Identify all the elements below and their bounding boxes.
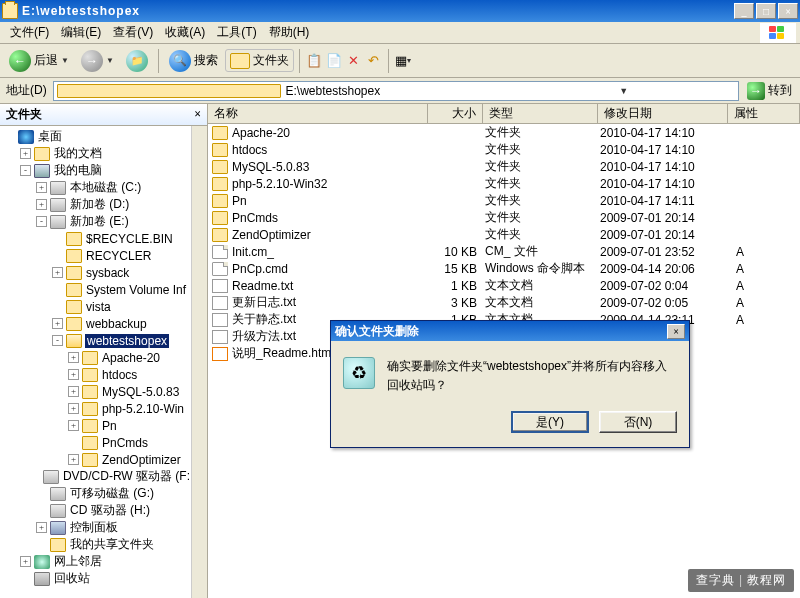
tree-item-drive_e[interactable]: -新加卷 (E:): [0, 213, 191, 230]
collapse-icon[interactable]: -: [52, 335, 63, 346]
menu-view[interactable]: 查看(V): [107, 22, 159, 43]
file-row[interactable]: Pn文件夹2010-04-17 14:11: [208, 192, 800, 209]
dialog-title: 确认文件夹删除: [335, 323, 419, 340]
tree-item-vista[interactable]: vista: [0, 298, 191, 315]
search-icon: 🔍: [169, 50, 191, 72]
tree-item-drive_c[interactable]: +本地磁盘 (C:): [0, 179, 191, 196]
tree-item-drive_d[interactable]: +新加卷 (D:): [0, 196, 191, 213]
menu-favorites[interactable]: 收藏(A): [159, 22, 211, 43]
tree-item-recycle_bin[interactable]: $RECYCLE.BIN: [0, 230, 191, 247]
expand-icon[interactable]: +: [36, 182, 47, 193]
file-row[interactable]: php-5.2.10-Win32文件夹2010-04-17 14:10: [208, 175, 800, 192]
file-row[interactable]: PnCmds文件夹2009-07-01 20:14: [208, 209, 800, 226]
file-row[interactable]: ZendOptimizer文件夹2009-07-01 20:14: [208, 226, 800, 243]
views-button[interactable]: ▦▾: [394, 52, 412, 70]
expand-icon[interactable]: +: [68, 420, 79, 431]
col-type[interactable]: 类型: [483, 104, 598, 123]
expand-icon[interactable]: +: [36, 199, 47, 210]
tree-label: MySQL-5.0.83: [101, 385, 180, 399]
forward-button[interactable]: → ▼: [76, 47, 119, 75]
expand-icon[interactable]: +: [68, 369, 79, 380]
tree-item-webbackup[interactable]: +webbackup: [0, 315, 191, 332]
tree-item-sysback[interactable]: +sysback: [0, 264, 191, 281]
file-row[interactable]: Init.cm_10 KBCM_ 文件2009-07-01 23:52A: [208, 243, 800, 260]
tree-label: php-5.2.10-Win: [101, 402, 185, 416]
go-button[interactable]: → 转到: [743, 81, 796, 101]
folder-tree[interactable]: 桌面+我的文档-我的电脑+本地磁盘 (C:)+新加卷 (D:)-新加卷 (E:)…: [0, 126, 191, 598]
menu-file[interactable]: 文件(F): [4, 22, 55, 43]
up-button[interactable]: 📁: [121, 47, 153, 75]
file-row[interactable]: MySQL-5.0.83文件夹2010-04-17 14:10: [208, 158, 800, 175]
file-attr: A: [728, 279, 800, 293]
file-row[interactable]: PnCp.cmd15 KBWindows 命令脚本2009-04-14 20:0…: [208, 260, 800, 277]
col-size[interactable]: 大小: [428, 104, 483, 123]
tree-item-mydoc[interactable]: +我的文档: [0, 145, 191, 162]
chevron-down-icon[interactable]: ▼: [512, 86, 735, 96]
tree-item-dvd[interactable]: DVD/CD-RW 驱动器 (F:: [0, 468, 191, 485]
tree-item-pn[interactable]: +Pn: [0, 417, 191, 434]
tree-item-desktop[interactable]: 桌面: [0, 128, 191, 145]
tree-item-recycler[interactable]: RECYCLER: [0, 247, 191, 264]
tree-item-zend[interactable]: +ZendOptimizer: [0, 451, 191, 468]
file-row[interactable]: Apache-20文件夹2010-04-17 14:10: [208, 124, 800, 141]
collapse-icon[interactable]: -: [36, 216, 47, 227]
expand-icon[interactable]: +: [68, 386, 79, 397]
menu-tools[interactable]: 工具(T): [211, 22, 262, 43]
expand-icon[interactable]: +: [52, 267, 63, 278]
tree-item-rem_g[interactable]: 可移动磁盘 (G:): [0, 485, 191, 502]
expand-icon[interactable]: +: [68, 352, 79, 363]
tree-item-netplaces[interactable]: +网上邻居: [0, 553, 191, 570]
tree-item-shared[interactable]: 我的共享文件夹: [0, 536, 191, 553]
tree-item-apache[interactable]: +Apache-20: [0, 349, 191, 366]
menu-help[interactable]: 帮助(H): [263, 22, 316, 43]
close-pane-button[interactable]: ×: [194, 107, 201, 122]
folder-icon: [66, 300, 82, 314]
tree-item-ctrl[interactable]: +控制面板: [0, 519, 191, 536]
col-attr[interactable]: 属性: [728, 104, 800, 123]
col-date[interactable]: 修改日期: [598, 104, 728, 123]
yes-button[interactable]: 是(Y): [511, 411, 589, 433]
delete-button[interactable]: ✕: [345, 52, 363, 70]
drive-icon: [50, 504, 66, 518]
folders-button[interactable]: 文件夹: [225, 49, 294, 72]
file-row[interactable]: htdocs文件夹2010-04-17 14:10: [208, 141, 800, 158]
expand-icon[interactable]: +: [68, 454, 79, 465]
tree-item-recyclebin[interactable]: 回收站: [0, 570, 191, 587]
tree-item-mysql[interactable]: +MySQL-5.0.83: [0, 383, 191, 400]
dialog-close-button[interactable]: ×: [667, 324, 685, 339]
tree-item-mycomp[interactable]: -我的电脑: [0, 162, 191, 179]
dialog-titlebar[interactable]: 确认文件夹删除 ×: [331, 321, 689, 341]
file-row[interactable]: Readme.txt1 KB文本文档2009-07-02 0:04A: [208, 277, 800, 294]
tree-label: 我的文档: [53, 145, 103, 162]
expand-icon[interactable]: +: [68, 403, 79, 414]
tree-item-php[interactable]: +php-5.2.10-Win: [0, 400, 191, 417]
file-date: 2009-04-14 20:06: [598, 262, 728, 276]
back-button[interactable]: ← 后退 ▼: [4, 47, 74, 75]
address-input[interactable]: E:\webtestshopex ▼: [53, 81, 739, 101]
expand-icon[interactable]: +: [36, 522, 47, 533]
copy-to-button[interactable]: 📄: [325, 52, 343, 70]
tree-item-cd_h[interactable]: CD 驱动器 (H:): [0, 502, 191, 519]
minimize-button[interactable]: _: [734, 3, 754, 19]
tree-item-htdocs[interactable]: +htdocs: [0, 366, 191, 383]
no-button[interactable]: 否(N): [599, 411, 677, 433]
tree-item-webtestshopex[interactable]: -webtestshopex: [0, 332, 191, 349]
tree-item-pncmds[interactable]: PnCmds: [0, 434, 191, 451]
expand-icon[interactable]: +: [20, 556, 31, 567]
expand-icon[interactable]: +: [20, 148, 31, 159]
scrollbar[interactable]: [191, 126, 207, 598]
collapse-icon[interactable]: -: [20, 165, 31, 176]
tree-item-svi[interactable]: System Volume Inf: [0, 281, 191, 298]
undo-button[interactable]: ↶: [365, 52, 383, 70]
folder-icon: [66, 266, 82, 280]
col-name[interactable]: 名称: [208, 104, 428, 123]
folder-icon: [212, 194, 228, 208]
file-row[interactable]: 更新日志.txt3 KB文本文档2009-07-02 0:05A: [208, 294, 800, 311]
expand-icon[interactable]: +: [52, 318, 63, 329]
close-button[interactable]: ×: [778, 3, 798, 19]
maximize-button[interactable]: □: [756, 3, 776, 19]
folder-open-icon: [66, 334, 82, 348]
search-button[interactable]: 🔍 搜索: [164, 47, 223, 75]
move-to-button[interactable]: 📋: [305, 52, 323, 70]
menu-edit[interactable]: 编辑(E): [55, 22, 107, 43]
